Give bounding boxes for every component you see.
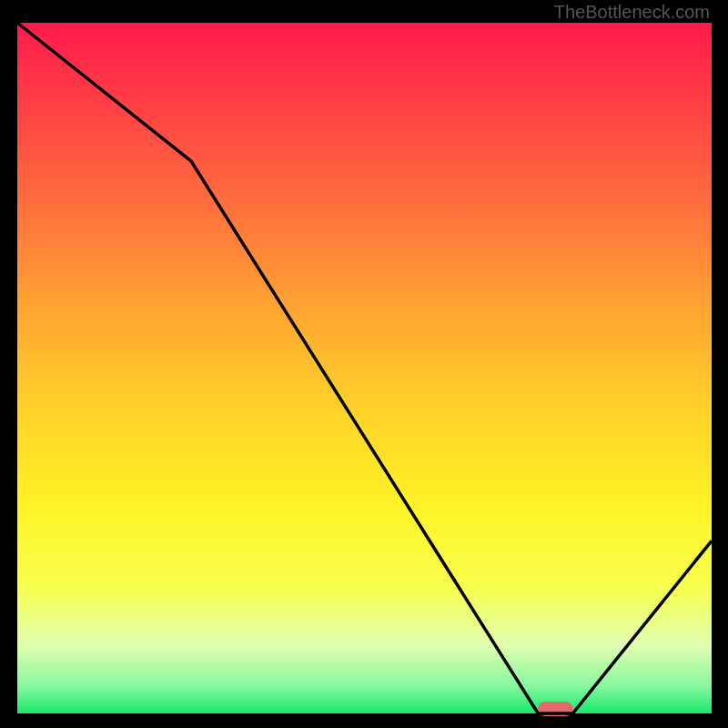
chart-container: TheBottleneck.com — [0, 0, 728, 728]
watermark-text: TheBottleneck.com — [554, 2, 710, 23]
chart-gradient-background — [17, 23, 712, 713]
bottleneck-chart — [0, 0, 728, 728]
